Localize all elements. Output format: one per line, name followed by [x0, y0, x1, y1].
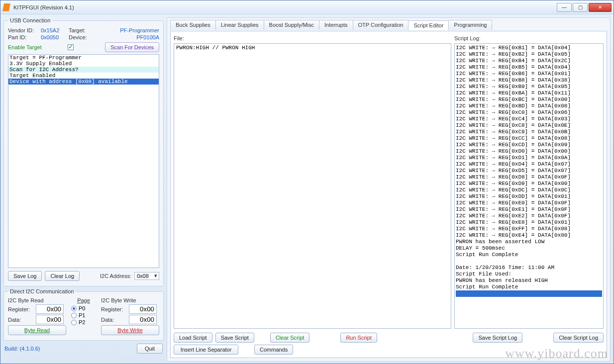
script-log-line: Script Run Complete: [456, 252, 602, 258]
i2c-legend: Direct I2C Communication: [8, 288, 76, 294]
script-log-line: I2C WRITE: → REG[0xFF] = DATA[0x08]: [456, 226, 602, 232]
script-editor-textarea[interactable]: PWRON:HIGH // PWRON HIGH: [174, 43, 451, 329]
clear-script-button[interactable]: Clear Script: [270, 333, 309, 343]
load-script-button[interactable]: Load Script: [174, 333, 212, 343]
commands-button[interactable]: Commands: [254, 345, 293, 355]
connection-log-line[interactable]: Target = PF-Programmer: [8, 55, 159, 61]
page-p1-label: P1: [79, 312, 85, 318]
script-log-line: I2C WRITE: → REG[0xE1] = DATA[0x0F]: [456, 206, 602, 213]
main-tabs-panel: Buck SuppliesLinear SuppliesBoost Supply…: [167, 17, 611, 362]
script-log-line: PWRON has been released HIGH: [456, 277, 602, 284]
quit-button[interactable]: Quit: [137, 344, 163, 354]
read-register-input[interactable]: [36, 304, 64, 314]
save-script-button[interactable]: Save Script: [215, 333, 254, 343]
connection-log-line[interactable]: Target Enabled: [8, 73, 159, 79]
script-log-line: I2C WRITE: → REG[0xE2] = DATA[0x0F]: [456, 213, 602, 219]
script-log-line: I2C WRITE: → REG[0xC4] = DATA[0x03]: [456, 116, 602, 122]
page-p2-label: P2: [79, 319, 85, 325]
byte-write-button[interactable]: Byte Write: [101, 325, 159, 335]
script-log-line: I2C WRITE: → REG[0xBA] = DATA[0x11]: [456, 90, 602, 96]
tab-script-editor[interactable]: Script Editor: [408, 20, 449, 30]
write-register-label: Register:: [101, 306, 126, 312]
device-label: Device:: [69, 34, 92, 40]
write-data-input[interactable]: [129, 315, 157, 324]
script-log-label: Script Log:: [454, 35, 604, 41]
run-script-button[interactable]: Run Script: [340, 333, 377, 343]
part-id-label: Part ID:: [8, 34, 38, 40]
script-log-line: I2C WRITE: → REG[0xB4] = DATA[0x2C]: [456, 58, 602, 64]
tab-otp-configuration[interactable]: OTP Configuration: [353, 20, 409, 30]
vendor-id-label: Vendor ID:: [8, 27, 38, 33]
page-p0-label: P0: [79, 305, 85, 311]
tab-linear-supplies[interactable]: Linear Supplies: [215, 20, 264, 30]
maximize-button[interactable]: ▢: [573, 3, 588, 12]
script-log-line: I2C WRITE: → REG[0xE0] = DATA[0x0F]: [456, 200, 602, 206]
scan-devices-button[interactable]: Scan For Devices: [105, 42, 159, 52]
part-id-value: 0x0050: [41, 34, 66, 40]
i2c-write-legend: I2C Byte Write: [101, 297, 159, 303]
app-window: KITPFGUI (Revision 4.1) — ▢ ✕ USB Connec…: [0, 0, 614, 364]
script-log-line: I2C WRITE: → REG[0xC0] = DATA[0x06]: [456, 109, 602, 116]
script-log-line: I2C WRITE: → REG[0xD5] = DATA[0x07]: [456, 168, 602, 174]
build-label: Build: (4.1.0.6): [4, 346, 40, 352]
script-log-line: I2C WRITE: → REG[0xCC] = DATA[0x08]: [456, 135, 602, 142]
connection-log-line[interactable]: 3.3V Supply Enabled: [8, 61, 159, 67]
close-button[interactable]: ✕: [589, 3, 612, 12]
tab-interrupts[interactable]: Interrupts: [319, 20, 353, 30]
script-log-line: I2C WRITE: → REG[0xE8] = DATA[0x01]: [456, 219, 602, 226]
clear-log-button[interactable]: Clear Log: [45, 271, 80, 281]
tab-boost-supply-misc[interactable]: Boost Supply/Misc: [264, 20, 319, 30]
byte-read-button[interactable]: Byte Read: [8, 325, 66, 335]
write-register-input[interactable]: [129, 304, 157, 314]
script-log-line: I2C WRITE: → REG[0xD0] = DATA[0x00]: [456, 148, 602, 155]
script-log-line: I2C WRITE: → REG[0xD9] = DATA[0x00]: [456, 181, 602, 187]
script-log-line: Script Run Complete: [456, 284, 602, 290]
script-log-line: I2C WRITE: → REG[0xD1] = DATA[0x0A]: [456, 155, 602, 161]
i2c-address-combo[interactable]: 0x08: [134, 272, 159, 280]
tab-programming[interactable]: Programming: [448, 20, 492, 30]
tabstrip: Buck SuppliesLinear SuppliesBoost Supply…: [170, 20, 607, 30]
script-log-line: I2C WRITE: → REG[0xB9] = DATA[0x05]: [456, 84, 602, 90]
save-log-button[interactable]: Save Log: [8, 271, 42, 281]
page-p0-radio[interactable]: [71, 306, 77, 311]
enable-target-checkbox[interactable]: [68, 44, 74, 50]
clear-script-log-button[interactable]: Clear Script Log: [553, 333, 604, 343]
usb-legend: USB Connection: [8, 17, 52, 23]
page-p1-radio[interactable]: [71, 313, 77, 318]
script-log[interactable]: I2C WRITE: → REG[0xB1] = DATA[0x04]I2C W…: [454, 43, 604, 329]
connection-log-line[interactable]: Device with address [0x08] available: [8, 79, 159, 85]
window-title: KITPFGUI (Revision 4.1): [13, 4, 74, 10]
read-data-input[interactable]: [36, 315, 64, 324]
target-value: PF-Programmer: [95, 27, 159, 33]
script-log-line: [456, 258, 602, 265]
enable-target-label: Enable Target: [8, 44, 42, 50]
script-log-line: DELAY = 500msec: [456, 245, 602, 252]
script-log-line: I2C WRITE: → REG[0xDC] = DATA[0x0C]: [456, 187, 602, 193]
write-data-label: Data:: [101, 317, 126, 323]
connection-log-line[interactable]: Scan for I2C Address?: [8, 67, 159, 73]
script-log-line: I2C WRITE: → REG[0xBD] = DATA[0x08]: [456, 103, 602, 109]
i2c-address-label: I2C Address:: [100, 273, 131, 279]
script-log-line: I2C WRITE: → REG[0xC8] = DATA[0x0E]: [456, 122, 602, 129]
page-p2-radio[interactable]: [71, 320, 77, 325]
minimize-button[interactable]: —: [557, 3, 572, 12]
script-log-line: I2C WRITE: → REG[0xDD] = DATA[0x01]: [456, 193, 602, 200]
script-log-selection: [456, 290, 602, 297]
script-log-line: I2C WRITE: → REG[0xD8] = DATA[0x0F]: [456, 174, 602, 181]
script-log-line: I2C WRITE: → REG[0xD4] = DATA[0x07]: [456, 161, 602, 168]
insert-separator-button[interactable]: Insert Line Separator: [174, 345, 238, 355]
connection-log[interactable]: Target = PF-Programmer3.3V Supply Enable…: [8, 54, 159, 268]
page-label: Page: [71, 297, 96, 303]
target-label: Target:: [69, 27, 92, 33]
script-log-line: I2C WRITE: → REG[0xCD] = DATA[0x09]: [456, 142, 602, 148]
save-script-log-button[interactable]: Save Script Log: [473, 333, 522, 343]
vendor-id-value: 0x15A2: [41, 27, 66, 33]
script-log-line: Script File Used:: [456, 271, 602, 277]
tab-buck-supplies[interactable]: Buck Supplies: [170, 20, 216, 30]
script-log-line: I2C WRITE: → REG[0xB8] = DATA[0x38]: [456, 77, 602, 84]
script-log-line: I2C WRITE: → REG[0xBC] = DATA[0x00]: [456, 96, 602, 103]
i2c-read-legend: I2C Byte Read: [8, 297, 66, 303]
device-value: PF0100A: [95, 34, 159, 40]
script-log-line: Date: 1/20/2016 Time: 11:00 AM: [456, 265, 602, 271]
script-log-line: I2C WRITE: → REG[0xB6] = DATA[0x01]: [456, 71, 602, 77]
